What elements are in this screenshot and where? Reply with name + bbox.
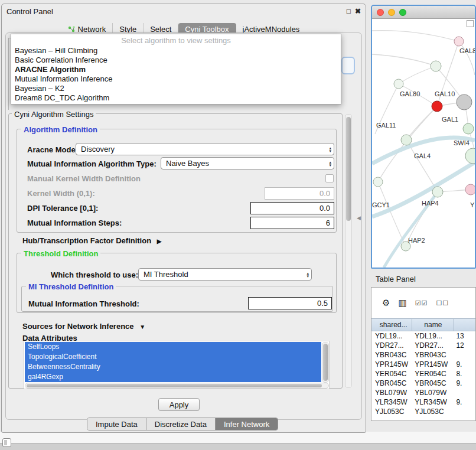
node-pink[interactable] — [465, 184, 475, 195]
cyni-algorithm-settings-legend: Cyni Algorithm Settings — [12, 110, 96, 119]
node[interactable] — [394, 79, 403, 89]
control-panel-title: Control Panel — [6, 7, 53, 16]
table-row[interactable]: YPR145WYPR145W9. — [371, 360, 475, 369]
column-header-shared-name[interactable]: shared... — [371, 319, 412, 331]
node-label: Y — [470, 201, 475, 208]
node-label: HAP2 — [408, 237, 425, 244]
node[interactable] — [401, 135, 412, 145]
apply-button[interactable]: Apply — [158, 398, 200, 411]
node-label: GAL80 — [400, 90, 420, 97]
combo-arrows-icon: ▴▾ — [329, 161, 331, 167]
node-gray[interactable] — [457, 94, 472, 110]
birdseye-toggle[interactable] — [467, 20, 474, 27]
panel-dock-icon[interactable] — [2, 438, 11, 447]
list-item[interactable]: gal4RGexp — [25, 372, 321, 382]
manual-kernel-checkbox[interactable] — [325, 174, 334, 182]
node[interactable] — [373, 177, 383, 187]
network-labels: GAL8 GAL80 GAL10 GAL1 GAL11 SWI4 GAL4 GC… — [372, 47, 475, 244]
close-traffic-light[interactable] — [377, 9, 384, 16]
network-canvas[interactable]: GAL8 GAL80 GAL10 GAL1 GAL11 SWI4 GAL4 GC… — [372, 19, 475, 268]
threshold-definition-legend: Threshold Definition — [21, 249, 100, 258]
node-label: GAL10 — [435, 90, 455, 97]
column-header-name[interactable]: name — [412, 319, 454, 331]
sources-section-label: Sources for Network Inference — [22, 322, 134, 331]
close-window-icon[interactable]: ✖ — [355, 7, 361, 15]
node-label: GCY1 — [372, 201, 390, 208]
hidden-combo-fragment — [341, 57, 355, 74]
algorithm-definition-legend: Algorithm Definition — [21, 125, 100, 134]
mi-type-label: Mutual Information Algorithm Type: — [27, 159, 157, 168]
aracne-mode-label: Aracne Mode: — [27, 145, 78, 154]
node[interactable] — [465, 148, 475, 164]
bottom-tab-bar: Impute Data Discretize Data Infer Networ… — [87, 418, 278, 431]
table-row[interactable]: YBL079WYBL079W — [371, 388, 475, 397]
table-body: YDL19...YDL19...13 YDR27...YDR27...12 YB… — [371, 331, 475, 416]
table-row[interactable]: YJL053CYJL053C — [371, 407, 475, 416]
node-label: SWI4 — [454, 139, 470, 146]
gear-icon[interactable]: ⚙ — [382, 298, 390, 308]
settings-scrollbar-thumb[interactable] — [346, 117, 351, 221]
attribute-list-vscrollbar[interactable] — [322, 342, 329, 383]
collapsed-arrow-icon: ▶ — [157, 238, 162, 244]
manual-kernel-label: Manual Kernel Width Definition — [27, 174, 141, 183]
zoom-traffic-light[interactable] — [399, 9, 406, 16]
list-item[interactable]: BetweennessCentrality — [25, 362, 321, 372]
minimize-traffic-light[interactable] — [388, 9, 395, 16]
kernel-width-field[interactable] — [265, 187, 334, 200]
dpi-tolerance-field[interactable] — [250, 202, 334, 214]
tab-infer-network[interactable]: Infer Network — [216, 418, 278, 430]
mi-threshold-label: Mutual Information Threshold: — [28, 299, 139, 308]
float-window-icon[interactable]: □ — [347, 7, 351, 15]
column-header-cut[interactable] — [454, 319, 475, 331]
dpi-tolerance-label: DPI Tolerance [0,1]: — [27, 204, 98, 213]
table-row[interactable]: YDL19...YDL19...13 — [371, 331, 475, 341]
attribute-list-hscrollbar[interactable] — [25, 383, 329, 389]
hub-section-toggle[interactable]: Hub/Transcription Factor Definition ▶ — [22, 236, 161, 245]
settings-scrollbar-track[interactable] — [345, 114, 352, 388]
table-panel-window: ⚙ ▥ ☑☑ ☐☐ shared... name YDL19...YDL19..… — [371, 287, 476, 421]
list-item[interactable]: SelfLoops — [25, 342, 321, 352]
mi-type-select[interactable]: Naive Bayes ▴▾ — [161, 157, 334, 169]
network-icon — [68, 26, 76, 33]
combo-arrows-icon: ▴▾ — [307, 272, 309, 278]
mi-threshold-field[interactable] — [248, 297, 332, 309]
select-all-checks-icon[interactable]: ☑☑ — [415, 299, 428, 307]
node-label: GAL8 — [459, 47, 475, 54]
columns-icon[interactable]: ▥ — [398, 298, 406, 308]
dropdown-item[interactable]: Bayesian – Hill Climbing — [11, 46, 341, 56]
mi-type-value: Naive Bayes — [166, 159, 209, 168]
node[interactable] — [431, 61, 441, 71]
node[interactable] — [454, 37, 464, 46]
which-threshold-select[interactable]: MI Threshold ▴▾ — [138, 268, 312, 281]
dropdown-item[interactable]: Mutual Information Inference — [11, 74, 341, 84]
table-row[interactable]: YLR345WYLR345W9. — [371, 397, 475, 407]
network-view-window: GAL8 GAL80 GAL10 GAL1 GAL11 SWI4 GAL4 GC… — [371, 5, 476, 269]
tab-impute-data[interactable]: Impute Data — [87, 418, 146, 430]
node[interactable] — [463, 123, 474, 134]
hub-section-label: Hub/Transcription Factor Definition — [22, 236, 151, 245]
attribute-list: SelfLoops TopologicalCoefficient Between… — [24, 341, 330, 389]
tab-discretize-data[interactable]: Discretize Data — [146, 418, 216, 430]
table-row[interactable]: YER054CYER054C8. — [371, 369, 475, 379]
panel-divider-arrow-icon[interactable]: ◀ — [357, 215, 361, 221]
table-row[interactable]: YBR045CYBR045C9. — [371, 379, 475, 388]
dropdown-item[interactable]: Bayesian – K2 — [11, 84, 341, 93]
dropdown-item[interactable]: Dream8 DC_TDC Algorithm — [11, 93, 341, 103]
kernel-width-label: Kernel Width (0,1): — [27, 189, 95, 198]
dropdown-placeholder: Select algorithm to view settings — [11, 36, 341, 46]
sources-section-toggle[interactable]: Sources for Network Inference ▼ — [22, 322, 145, 331]
node-label: GAL4 — [414, 152, 431, 159]
node[interactable] — [432, 187, 443, 197]
node-red[interactable] — [432, 101, 442, 112]
table-row[interactable]: YDR27...YDR27...12 — [371, 341, 475, 350]
dropdown-item[interactable]: Basic Correlation Inference — [11, 56, 341, 65]
node-label: GAL11 — [376, 122, 396, 129]
mi-steps-field[interactable] — [250, 217, 334, 229]
control-panel-titlebar: Control Panel □ ✖ — [2, 4, 366, 18]
list-item[interactable]: TopologicalCoefficient — [25, 352, 321, 362]
table-row[interactable]: YBR043CYBR043C — [371, 350, 475, 360]
dropdown-item-selected[interactable]: ARACNE Algorithm — [11, 65, 341, 74]
bottom-strip — [0, 443, 476, 450]
deselect-all-boxes-icon[interactable]: ☐☐ — [436, 299, 449, 307]
aracne-mode-select[interactable]: Discovery ▴▾ — [76, 143, 334, 155]
